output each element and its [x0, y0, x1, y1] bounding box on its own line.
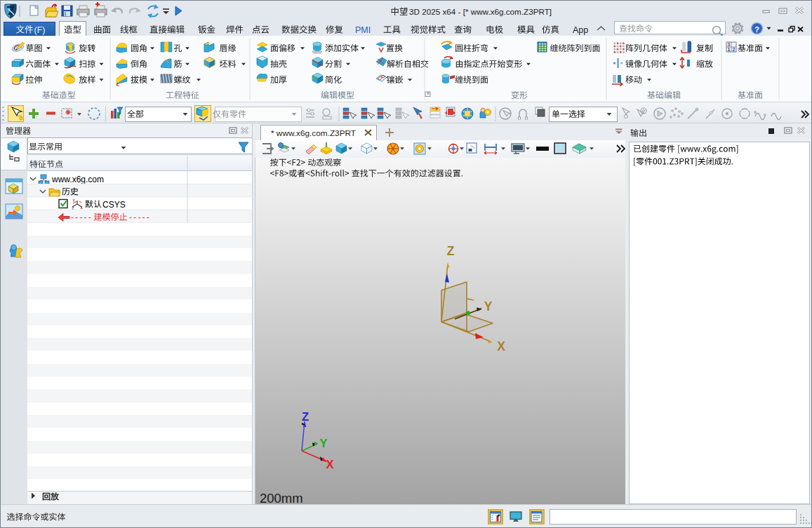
svg-text:X: X: [80, 205, 83, 210]
svg-text:?: ?: [754, 25, 759, 34]
svg-text:* www.x6g.com.Z3PRT: * www.x6g.com.Z3PRT: [271, 128, 356, 138]
svg-text:PMI: PMI: [355, 25, 371, 35]
svg-text:-----: -----: [71, 212, 93, 222]
svg-text:X: X: [497, 339, 505, 353]
svg-text:Y: Y: [484, 299, 493, 313]
svg-text:(F): (F): [34, 25, 46, 35]
svg-text:App: App: [573, 25, 588, 35]
svg-text:Z: Z: [302, 410, 309, 423]
svg-text:3D 2025 x64 - [* www.x6g.com.Z: 3D 2025 x64 - [* www.x6g.com.Z3PRT]: [409, 7, 552, 16]
svg-text:1: 1: [728, 47, 731, 52]
svg-text:3: 3: [728, 42, 731, 47]
svg-text:CSYS: CSYS: [102, 200, 126, 210]
svg-text:2: 2: [733, 47, 736, 52]
svg-text:X: X: [326, 458, 333, 471]
svg-text:Y: Y: [319, 437, 327, 449]
svg-text:Z: Z: [447, 244, 455, 258]
svg-text:www.x6g.com: www.x6g.com: [51, 175, 104, 184]
svg-text:200mm: 200mm: [260, 491, 303, 506]
svg-text:-----: -----: [129, 212, 151, 222]
svg-text:Y: Y: [72, 198, 75, 203]
